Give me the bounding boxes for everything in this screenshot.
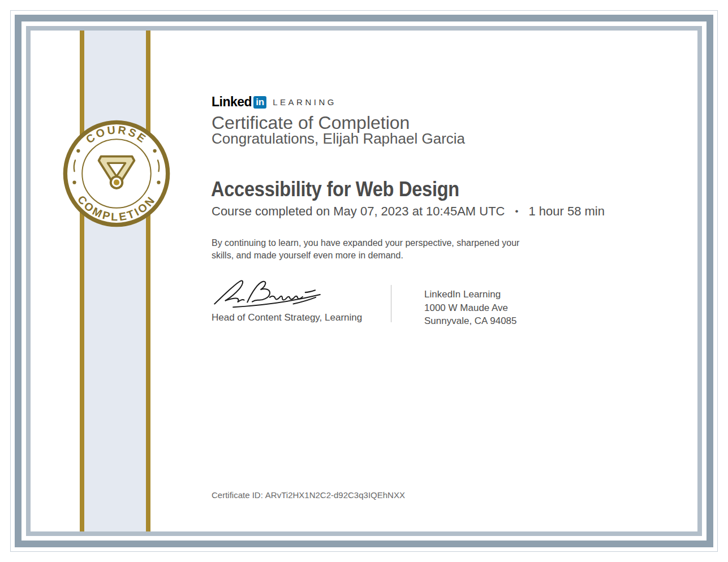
completion-details: Course completed on May 07, 2023 at 10:4… bbox=[212, 204, 605, 219]
completion-badge: COURSE COMPLETION bbox=[61, 118, 172, 229]
issuer-address-block: LinkedIn Learning 1000 W Maude Ave Sunny… bbox=[424, 288, 517, 328]
body-line-2: skills, and made yourself even more in d… bbox=[212, 249, 519, 262]
linkedin-in-icon: in bbox=[253, 96, 266, 109]
logo-linked-text: Linked bbox=[212, 94, 252, 110]
completion-date-text: Course completed on May 07, 2023 at 10:4… bbox=[212, 204, 505, 218]
linkedin-learning-logo: Linked in LEARNING bbox=[212, 94, 337, 110]
issuer-name: LinkedIn Learning bbox=[424, 288, 517, 301]
course-title: Accessibility for Web Design bbox=[211, 178, 459, 201]
body-line-1: By continuing to learn, you have expande… bbox=[212, 237, 519, 249]
signature-image bbox=[210, 278, 326, 311]
certificate-id-value: ARvTi2HX1N2C2-d92C3q3IQEhNXX bbox=[265, 490, 405, 500]
certificate-id: Certificate ID:ARvTi2HX1N2C2-d92C3q3IQEh… bbox=[212, 490, 405, 500]
bullet-separator: • bbox=[515, 206, 519, 217]
vertical-divider bbox=[391, 285, 391, 322]
issuer-address-line1: 1000 W Maude Ave bbox=[424, 301, 517, 315]
certificate-page: COURSE COMPLETION bbox=[0, 0, 728, 562]
logo-learning-text: LEARNING bbox=[273, 97, 337, 107]
ribbon-band bbox=[80, 31, 150, 531]
signer-title: Head of Content Strategy, Learning bbox=[212, 312, 362, 323]
issuer-address-line2: Sunnyvale, CA 94085 bbox=[424, 314, 517, 328]
body-text: By continuing to learn, you have expande… bbox=[212, 237, 519, 262]
course-duration: 1 hour 58 min bbox=[528, 204, 605, 218]
certificate-id-label: Certificate ID: bbox=[212, 490, 263, 500]
congratulations-text: Congratulations, Elijah Raphael Garcia bbox=[212, 130, 465, 148]
completion-badge-seal: COURSE COMPLETION bbox=[61, 118, 172, 229]
